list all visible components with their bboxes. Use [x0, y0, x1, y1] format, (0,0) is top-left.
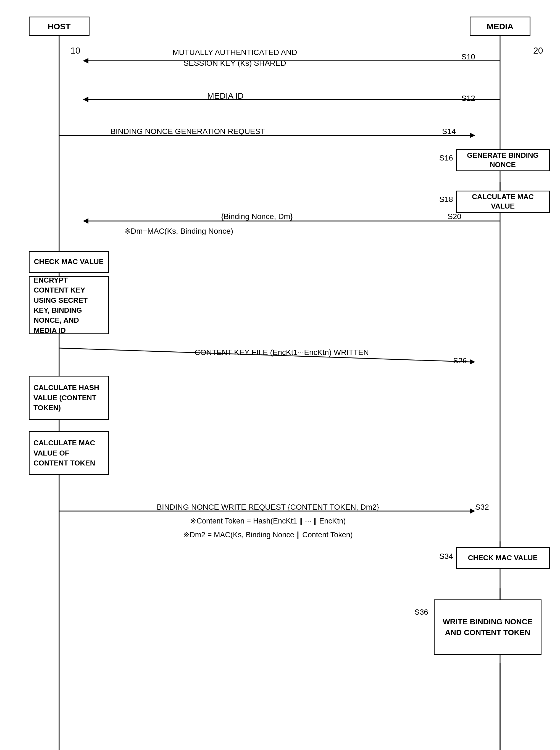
svg-marker-16: [469, 508, 475, 514]
sequence-diagram: HOST MEDIA 10 20 MUTUALLY AUTHENTICATED …: [0, 0, 560, 750]
host-box: HOST: [29, 17, 89, 36]
num-20: 20: [533, 45, 543, 56]
s32-tag: S32: [475, 503, 489, 512]
s30-box: CALCULATE MAC VALUE OF CONTENT TOKEN: [29, 431, 109, 475]
s34-box: CHECK MAC VALUE: [456, 547, 550, 569]
s26-label: CONTENT KEY FILE (EncKt1···EncKtn) WRITT…: [102, 348, 461, 357]
s12-label: MEDIA ID: [207, 91, 244, 101]
s12-tag: S12: [461, 94, 475, 103]
s36-box: WRITE BINDING NONCE AND CONTENT TOKEN: [434, 600, 541, 655]
s20-tag: S20: [447, 212, 461, 221]
s10-tag: S10: [461, 53, 475, 61]
s34-tag: S34: [439, 552, 453, 561]
s16-tag: S16: [439, 154, 453, 162]
svg-marker-3: [83, 58, 88, 63]
s28-box: CALCULATE HASH VALUE (CONTENT TOKEN): [29, 376, 109, 420]
s22-box: CHECK MAC VALUE: [29, 251, 109, 273]
s18-tag: S18: [439, 195, 453, 204]
s10-label: MUTUALLY AUTHENTICATED AND SESSION KEY (…: [138, 47, 332, 68]
s20-label: {Binding Nonce, Dm}: [221, 212, 293, 221]
s32-note2: ※Dm2 = MAC(Ks, Binding Nonce ∥ Content T…: [75, 530, 461, 539]
s18-box: CALCULATE MAC VALUE: [456, 190, 550, 213]
svg-marker-7: [469, 133, 475, 138]
s32-note1: ※Content Token = Hash(EncKt1 ∥ ··· ∥ Enc…: [75, 516, 461, 525]
s32-label: BINDING NONCE WRITE REQUEST {CONTENT TOK…: [75, 503, 461, 512]
svg-marker-14: [469, 359, 475, 365]
s14-label: BINDING NONCE GENERATION REQUEST: [111, 127, 265, 136]
s14-tag: S14: [442, 127, 456, 136]
svg-marker-5: [83, 97, 88, 102]
s16-box: GENERATE BINDING NONCE: [456, 149, 550, 171]
media-box: MEDIA: [469, 17, 531, 36]
svg-marker-11: [83, 218, 88, 224]
s36-tag: S36: [414, 608, 428, 616]
s20-note: ※Dm=MAC(Ks, Binding Nonce): [124, 226, 233, 236]
s26-tag: S26: [453, 356, 467, 365]
s24-box: ENCRYPT CONTENT KEY USING SECRET KEY, BI…: [29, 276, 109, 334]
num-10: 10: [71, 45, 80, 56]
